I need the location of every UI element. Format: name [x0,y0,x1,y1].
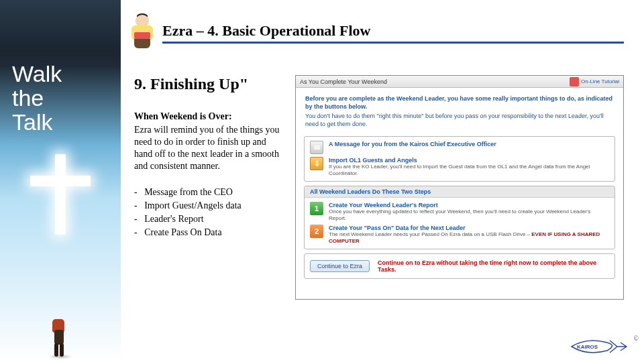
embedded-screenshot: As You Complete Your Weekend On-Line Tut… [295,75,624,300]
rail-title-line3: Talk [12,109,52,135]
ss-footer-msg: Continue on to Ezra without taking the t… [378,259,609,273]
left-rail: Walk the Talk [0,0,121,362]
ss-row-title: Create Your "Pass On" Data for the Next … [329,225,609,231]
logo-text: KAIROS [577,344,598,350]
step-1-icon: 1 [310,202,323,215]
ss-row-sub: Once you have everything updated to refl… [329,208,609,222]
ss-box-2: All Weekend Leaders Do These Two Steps 1… [304,186,615,249]
ss-intro-line2: You don't have to do them "right this mi… [305,112,614,128]
rail-title: Walk the Talk [12,62,62,134]
ss-row-import[interactable]: ⇩ Import OL1 Guests and Angels If you ar… [310,157,609,177]
ss-tutorial-link[interactable]: On-Line Tutorial [570,77,619,86]
tutorial-icon [570,77,579,86]
ss-row-sub: If you are the KO Leader, you'll need to… [329,164,609,177]
bullet-item: Create Pass On Data [134,226,283,239]
ss-row-report[interactable]: 1 Create Your Weekend Leader's Report On… [310,202,609,222]
ss-footer: Continue to Ezra Continue on to Ezra wit… [304,253,615,279]
bullet-list: Message from the CEO Import Guest/Angels… [134,186,283,239]
envelope-icon: ✉ [310,141,323,154]
ss-intro-line1: Before you are complete as the Weekend L… [305,95,614,111]
title-bar: Ezra – 4. Basic Operational Flow [127,15,644,51]
lead-body: Ezra will remind you of the things you n… [134,124,283,172]
bullet-item: Leader's Report [134,213,283,226]
ss-intro: Before you are complete as the Weekend L… [296,88,623,133]
walker-graphic [49,318,72,357]
ss-window-title: As You Complete Your Weekend [300,78,387,85]
step-2-icon: 2 [310,225,323,238]
import-icon: ⇩ [310,157,323,170]
page-title: Ezra – 4. Basic Operational Flow [162,22,624,44]
rail-title-line1: Walk [12,61,62,86]
copyright-mark: © [633,335,639,342]
cross-graphic [30,154,91,235]
content-area: Ezra – 4. Basic Operational Flow 9. Fini… [121,0,644,362]
kairos-logo: KAIROS [570,337,629,357]
ss-row-title: Create Your Weekend Leader's Report [329,202,609,208]
ss-row-sub: The next Weekend Leader needs your Passe… [329,231,609,245]
ss-row-ceo[interactable]: ✉ A Message for you from the Kairos Chie… [310,141,609,154]
continue-button[interactable]: Continue to Ezra [310,260,370,272]
ss-box2-header: All Weekend Leaders Do These Two Steps [305,186,614,198]
ss-row-title: Import OL1 Guests and Angels [329,157,609,164]
ss-row-title: A Message for you from the Kairos Chief … [329,141,496,147]
mascot-icon [127,15,158,51]
bullet-item: Import Guest/Angels data [134,199,283,213]
section-heading: 9. Finishing Up" [134,75,283,93]
rail-title-line2: the [12,85,44,111]
ss-titlebar: As You Complete Your Weekend On-Line Tut… [296,76,623,88]
text-column: 9. Finishing Up" When Weekend is Over: E… [121,75,295,300]
lead-bold: When Weekend is Over: [134,111,283,123]
ss-row-passon[interactable]: 2 Create Your "Pass On" Data for the Nex… [310,225,609,245]
bullet-item: Message from the CEO [134,186,283,199]
ss-box-1: ✉ A Message for you from the Kairos Chie… [304,136,615,182]
